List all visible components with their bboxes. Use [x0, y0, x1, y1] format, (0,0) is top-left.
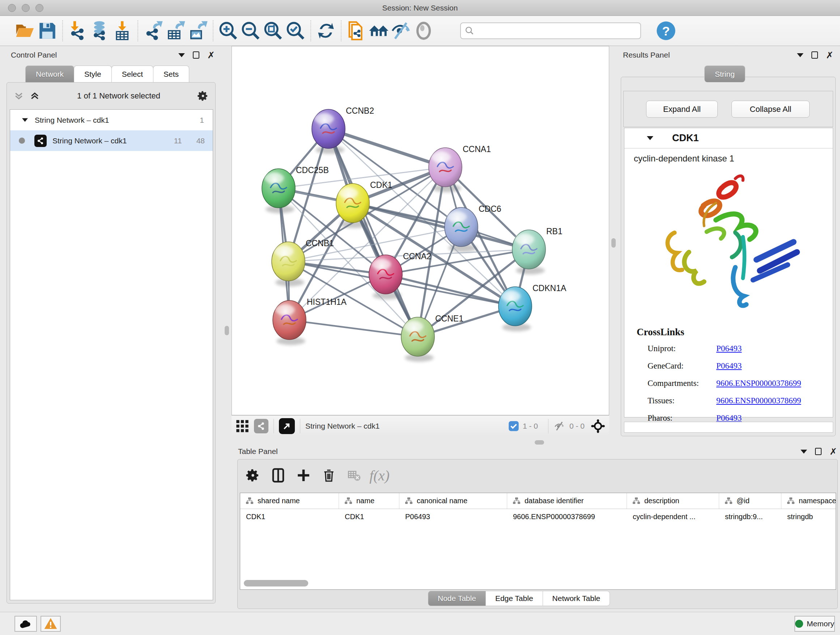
node-CCNE1[interactable]	[401, 317, 434, 356]
fit-content-crosshair-icon[interactable]	[591, 418, 606, 434]
float-panel-icon[interactable]	[812, 51, 818, 59]
grid-view-icon[interactable]	[235, 419, 249, 433]
cell[interactable]: 9606.ENSP00000378699	[507, 513, 627, 521]
node-CDKN1A[interactable]	[499, 287, 532, 326]
column-header-description[interactable]: description	[627, 493, 719, 509]
float-panel-icon[interactable]	[815, 448, 821, 455]
expand-all-networks-icon[interactable]	[13, 90, 24, 101]
cell[interactable]: stringdb:9...	[719, 513, 782, 521]
collapse-all-button[interactable]: Collapse All	[731, 101, 810, 118]
bottom-splitter-handle[interactable]	[535, 440, 544, 445]
result-expander-icon[interactable]	[647, 136, 653, 140]
float-panel-icon[interactable]	[193, 51, 199, 59]
clone-network-icon[interactable]	[345, 19, 368, 42]
crosslink-compartments-link[interactable]: 9606.ENSP00000378699	[716, 379, 801, 388]
node-CDC25B[interactable]	[262, 169, 295, 208]
node-CCNB2[interactable]	[312, 109, 345, 149]
edge-CDK1-RB1[interactable]	[353, 203, 529, 249]
cell[interactable]: P06493	[399, 513, 507, 521]
table-row[interactable]: CDK1CDK1P064939606.ENSP00000378699cyclin…	[240, 509, 836, 524]
tab-style[interactable]: Style	[74, 65, 112, 82]
cloud-status-button[interactable]	[14, 616, 37, 632]
node-CDK1[interactable]	[336, 184, 369, 223]
collection-expander-icon[interactable]	[22, 119, 28, 122]
delete-column-trash-icon[interactable]	[319, 465, 339, 486]
column-header-name[interactable]: name	[339, 493, 399, 509]
help-icon[interactable]: ?	[655, 19, 677, 42]
tab-network[interactable]: Network	[25, 65, 74, 82]
node-CCNB1[interactable]	[272, 242, 305, 281]
window-controls[interactable]	[8, 4, 43, 12]
export-image-icon[interactable]	[187, 19, 209, 42]
tab-node-table[interactable]: Node Table	[428, 591, 486, 606]
cell[interactable]: cyclin-dependent ...	[627, 513, 719, 521]
string-view-badge-icon[interactable]	[254, 419, 268, 433]
collapse-panel-icon[interactable]	[178, 53, 185, 57]
tab-network-table[interactable]: Network Table	[543, 591, 610, 606]
import-network-file-icon[interactable]	[66, 19, 89, 42]
show-all-icon[interactable]	[412, 19, 435, 42]
horizontal-scrollbar[interactable]	[244, 580, 308, 586]
show-columns-icon[interactable]	[268, 465, 288, 486]
memory-button[interactable]: Memory	[794, 616, 835, 632]
edge-CCNB2-CCNA1[interactable]	[328, 129, 445, 167]
network-row[interactable]: String Network – cdk1 11 48	[10, 130, 213, 151]
network-canvas[interactable]: CCNB2CCNA1CDC25BCDK1CDC6RB1CCNB1CCNA2CDK…	[232, 46, 609, 415]
column-header-database-identifier[interactable]: database identifier	[507, 493, 627, 509]
collapse-panel-icon[interactable]	[797, 53, 804, 57]
collapse-panel-icon[interactable]	[801, 450, 807, 454]
edge-HIST1H1A-CCNE1[interactable]	[289, 320, 418, 337]
export-table-icon[interactable]	[164, 19, 187, 42]
node-CCNA2[interactable]	[369, 255, 402, 294]
crosslink-genecard-link[interactable]: P06493	[716, 361, 742, 371]
save-session-icon[interactable]	[36, 19, 58, 42]
tab-edge-table[interactable]: Edge Table	[485, 591, 543, 606]
network-collection-row[interactable]: String Network – cdk1 1	[10, 110, 213, 130]
search-input[interactable]	[475, 27, 630, 35]
add-column-icon[interactable]	[294, 465, 314, 486]
tab-select[interactable]: Select	[111, 65, 153, 82]
zoom-in-icon[interactable]	[217, 19, 240, 42]
crosslink-uniprot-link[interactable]: P06493	[716, 344, 742, 353]
close-panel-icon[interactable]: ✗	[829, 448, 837, 455]
minimize-window-button[interactable]	[22, 4, 30, 12]
tab-sets[interactable]: Sets	[153, 65, 189, 82]
zoom-out-icon[interactable]	[240, 19, 262, 42]
tab-string-results[interactable]: String	[704, 65, 745, 82]
close-window-button[interactable]	[8, 4, 16, 12]
collapse-all-networks-icon[interactable]	[29, 90, 40, 101]
left-splitter-handle[interactable]	[225, 326, 229, 335]
network-graph[interactable]: CCNB2CCNA1CDC25BCDK1CDC6RB1CCNB1CCNA2CDK…	[232, 46, 609, 415]
node-RB1[interactable]	[512, 230, 546, 269]
zoom-fit-icon[interactable]	[262, 19, 284, 42]
open-session-icon[interactable]	[14, 19, 36, 42]
refresh-icon[interactable]	[315, 19, 337, 42]
cell[interactable]: CDK1	[240, 513, 339, 521]
node-CDC6[interactable]	[445, 207, 478, 247]
expand-all-button[interactable]: Expand All	[646, 101, 718, 118]
cell[interactable]: stringdb	[782, 513, 836, 521]
warning-status-button[interactable]	[41, 616, 61, 632]
zoom-selected-icon[interactable]	[284, 19, 307, 42]
zoom-window-button[interactable]	[35, 4, 43, 12]
table-header-row[interactable]: shared namenamecanonical namedatabase id…	[240, 493, 836, 509]
column-header-namespace[interactable]: namespace	[782, 493, 836, 509]
column-header-canonical-name[interactable]: canonical name	[399, 493, 507, 509]
export-network-icon[interactable]	[142, 19, 164, 42]
network-options-gear-icon[interactable]	[197, 90, 209, 102]
import-table-file-icon[interactable]	[111, 19, 134, 42]
node-CCNA1[interactable]	[429, 148, 462, 187]
home-layout-icon[interactable]	[368, 19, 390, 42]
cell[interactable]: CDK1	[339, 513, 399, 521]
right-splitter-handle[interactable]	[611, 238, 616, 248]
detach-view-icon[interactable]	[279, 418, 295, 434]
node-HIST1H1A[interactable]	[273, 301, 306, 340]
column-header-shared-name[interactable]: shared name	[240, 493, 339, 509]
column-header-@id[interactable]: @id	[719, 493, 782, 509]
table-options-gear-icon[interactable]	[243, 465, 263, 486]
close-panel-icon[interactable]: ✗	[826, 51, 834, 59]
hide-selected-icon[interactable]	[390, 19, 412, 42]
crosslink-tissues-link[interactable]: 9606.ENSP00000378699	[716, 396, 801, 405]
selected-checkbox-icon[interactable]	[508, 421, 519, 432]
close-panel-icon[interactable]: ✗	[207, 51, 215, 59]
